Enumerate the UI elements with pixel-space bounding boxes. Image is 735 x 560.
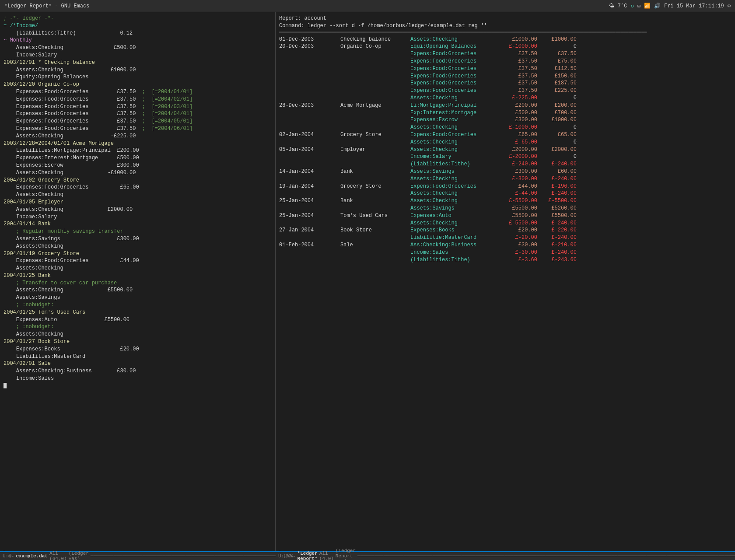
transaction-date: 28-Dec-2003: [279, 109, 340, 117]
editor-line: Expenses:Food:Groceries £44.00: [4, 257, 272, 265]
transaction-payee: Bank: [340, 197, 410, 205]
transaction-date: 05-Jan-2004: [279, 153, 340, 161]
editor-line: 2004/01/05 Employer: [4, 199, 272, 206]
right-status-position: All (4,0): [319, 551, 334, 560]
table-row: 14-Jan-2004Assets:Checking£-300.00£-240.…: [279, 175, 732, 183]
transaction-amount: £1000.00: [498, 36, 537, 43]
table-row: 01-Feb-2004Income:Sales£-30.00£-240.00: [279, 249, 732, 256]
weather-icon: 🌤: [609, 3, 614, 9]
volume-icon: 🔊: [654, 3, 661, 9]
transaction-amount: £20.00: [498, 227, 537, 234]
transaction-account: Expenses:Auto: [410, 212, 498, 220]
transaction-amount: £65.00: [498, 131, 537, 139]
transaction-account: Assets:Savings: [410, 168, 498, 175]
editor-line: 2004/02/01 Sale: [4, 360, 272, 368]
transaction-payee: Book Store: [340, 227, 410, 234]
table-row: 28-Dec-2003Exp:Interest:Mortgage£500.00£…: [279, 109, 732, 117]
refresh-icon[interactable]: ↻: [630, 3, 634, 9]
right-pane-report[interactable]: Report: account Command: ledger --sort d…: [276, 12, 735, 551]
transaction-account: Assets:Checking: [410, 175, 498, 183]
signal-icon: 📶: [644, 3, 651, 9]
transaction-date: 20-Dec-2003: [279, 58, 340, 65]
editor-line: 2004/01/02 Grocery Store: [4, 177, 272, 184]
transaction-account: Expenses:Escrow: [410, 116, 498, 124]
editor-line: Assets:Savings: [4, 294, 272, 301]
transaction-running: £-240.00: [537, 220, 577, 227]
transaction-running: £65.00: [537, 131, 577, 139]
transaction-running: £-240.00: [537, 175, 577, 183]
transaction-amount: £37.50: [498, 65, 537, 73]
transaction-account: Expens:Food:Groceries: [410, 65, 498, 73]
transaction-amount: £200.00: [498, 102, 537, 109]
table-row: 25-Jan-2004BankAssets:Checking£-5500.00£…: [279, 197, 732, 205]
transaction-payee: [340, 109, 410, 117]
table-row: 01-Dec-2003Checking balanceAssets:Checki…: [279, 36, 732, 43]
report-header-label: Report: account: [279, 15, 732, 22]
transaction-amount: £37.50: [498, 58, 537, 65]
transaction-payee: [340, 161, 410, 168]
transaction-account: Exp:Interest:Mortgage: [410, 109, 498, 117]
table-row: 19-Jan-2004Assets:Checking£-44.00£-240.0…: [279, 190, 732, 197]
transaction-payee: [340, 116, 410, 124]
transaction-date: 25-Jan-2004: [279, 205, 340, 212]
settings-icon[interactable]: ⚙: [728, 3, 731, 9]
editor-line: Assets:Checking -£225.00: [4, 133, 272, 140]
editor-line: Expenses:Food:Groceries £65.00: [4, 184, 272, 191]
right-status-fill: ────────────────────────────────────────…: [357, 553, 735, 559]
transaction-payee: Acme Mortgage: [340, 102, 410, 109]
transaction-payee: [340, 87, 410, 94]
table-row: 28-Dec-2003Expenses:Escrow£300.00£1000.0…: [279, 116, 732, 124]
transaction-payee: [340, 256, 410, 264]
transaction-account: Income:Sales: [410, 249, 498, 256]
editor-line: ; Regular monthly savings transfer: [4, 228, 272, 235]
transaction-payee: [340, 94, 410, 102]
transaction-account: Assets:Checking: [410, 94, 498, 102]
editor-line: Assets:Checking: [4, 331, 272, 338]
transaction-running: £-240.00: [537, 161, 577, 168]
report-separator: ════════════════════════════════════════…: [279, 30, 732, 36]
transaction-payee: Grocery Store: [340, 183, 410, 190]
transaction-amount: £37.50: [498, 50, 537, 58]
editor-line: Liabilities:Mortgage:Principal £200.00: [4, 147, 272, 154]
transaction-account: Expens:Food:Groceries: [410, 50, 498, 58]
transaction-payee: Organic Co-op: [340, 43, 410, 50]
transaction-account: Assets:Checking: [410, 146, 498, 154]
transaction-date: 20-Dec-2003: [279, 73, 340, 80]
transaction-date: 27-Jan-2004: [279, 227, 340, 234]
transaction-amount: £-225.00: [498, 94, 537, 102]
transaction-running: £37.50: [537, 50, 577, 58]
left-pane-editor[interactable]: ; -*- ledger -*-= /*Income/ (Liabilities…: [0, 12, 276, 551]
transaction-date: 02-Jan-2004: [279, 131, 340, 139]
editor-line: Expenses:Interest:Mortgage £500.00: [4, 154, 272, 162]
transaction-payee: [340, 65, 410, 73]
table-row: 05-Jan-2004(Liabilities:Tithe)£-240.00£-…: [279, 161, 732, 168]
transaction-date: 20-Dec-2003: [279, 80, 340, 87]
table-row: 25-Jan-2004Assets:Savings£5500.00£5260.0…: [279, 205, 732, 212]
transaction-payee: [340, 153, 410, 161]
transaction-account: Ass:Checking:Business: [410, 242, 498, 249]
editor-line: Assets:Checking:Business £30.00: [4, 368, 272, 375]
transaction-account: Assets:Savings: [410, 205, 498, 212]
right-status-mode-label: (Ledger Report yas): [336, 548, 356, 560]
table-row: 20-Dec-2003Expens:Food:Groceries£37.50£1…: [279, 73, 732, 80]
transaction-date: 28-Dec-2003: [279, 124, 340, 131]
transaction-payee: Grocery Store: [340, 131, 410, 139]
editor-line: Income:Salary: [4, 52, 272, 59]
clock: Fri 15 Mar 17:11:19: [664, 3, 724, 9]
table-row: 02-Jan-2004Assets:Checking£-65.000: [279, 139, 732, 146]
transaction-date: 01-Feb-2004: [279, 242, 340, 249]
transaction-account: Assets:Checking: [410, 124, 498, 131]
transaction-amount: £-30.00: [498, 249, 537, 256]
editor-line: = /*Income/: [4, 22, 272, 30]
transaction-running: 0: [537, 139, 577, 146]
transaction-account: Assets:Checking: [410, 197, 498, 205]
left-status-position: All (64,0): [49, 551, 67, 560]
transaction-amount: £-1000.00: [498, 43, 537, 50]
table-row: 28-Dec-2003Acme MortgageLi:Mortgage:Prin…: [279, 102, 732, 109]
editor-line: Assets:Checking: [4, 191, 272, 199]
editor-line: (Liabilities:Tithe) 0.12: [4, 30, 272, 37]
editor-line: Expenses:Books £20.00: [4, 346, 272, 353]
transaction-date: 05-Jan-2004: [279, 146, 340, 154]
table-row: 01-Feb-2004(Liabilities:Tithe)£-3.60£-24…: [279, 256, 732, 264]
transaction-payee: [340, 220, 410, 227]
